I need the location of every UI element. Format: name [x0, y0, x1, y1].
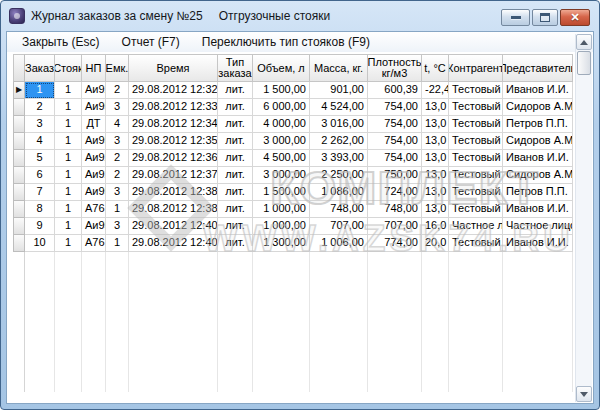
column-header[interactable]: Объем, л — [253, 54, 310, 82]
title-bar[interactable]: Журнал заказов за смену №25Отгрузочные с… — [6, 2, 594, 30]
table-cell[interactable]: 748,00 — [310, 201, 368, 218]
table-cell[interactable]: 29.08.2012 12:32 — [129, 82, 218, 99]
table-cell[interactable]: Тестовый ко — [449, 82, 503, 99]
table-cell[interactable]: 1 — [55, 218, 82, 235]
table-cell[interactable]: 1 — [55, 116, 82, 133]
table-cell[interactable]: 1 — [55, 235, 82, 252]
close-button[interactable] — [560, 9, 590, 26]
table-cell[interactable]: 1 — [55, 82, 82, 99]
table-cell[interactable]: А76 — [82, 235, 106, 252]
table-cell[interactable]: 29.08.2012 12:38 — [129, 201, 218, 218]
table-cell[interactable]: 2 — [106, 167, 129, 184]
table-row[interactable]: 101А76129.08.2012 12:40лит.1 300,001 006… — [13, 235, 593, 252]
table-cell[interactable]: 29.08.2012 12:33 — [129, 99, 218, 116]
row-indicator[interactable] — [13, 133, 25, 150]
table-cell[interactable]: Тестовый ко — [449, 116, 503, 133]
table-cell[interactable]: -22,4 — [422, 82, 449, 99]
table-cell[interactable]: 29.08.2012 12:40 — [129, 235, 218, 252]
table-cell[interactable]: 2 — [106, 150, 129, 167]
scroll-up-button[interactable] — [576, 34, 592, 50]
table-cell[interactable]: 1 — [55, 184, 82, 201]
table-cell[interactable]: 13,0 — [422, 167, 449, 184]
row-indicator[interactable] — [13, 116, 25, 133]
table-cell[interactable]: 1 — [55, 201, 82, 218]
table-cell[interactable]: 2 262,00 — [310, 133, 368, 150]
table-cell[interactable]: 2 — [25, 99, 55, 116]
table-cell[interactable]: 8 — [25, 201, 55, 218]
table-row[interactable]: 81А76129.08.2012 12:38лит.1 000,00748,00… — [13, 201, 593, 218]
table-cell[interactable]: 2 250,00 — [310, 167, 368, 184]
table-cell[interactable]: лит. — [218, 218, 253, 235]
table-cell[interactable]: 754,00 — [368, 150, 422, 167]
table-cell[interactable]: 1 300,00 — [253, 235, 310, 252]
table-cell[interactable]: Иванов И.И. — [503, 82, 573, 99]
table-cell[interactable]: 1 000,00 — [253, 201, 310, 218]
table-cell[interactable]: 20,0 — [422, 235, 449, 252]
table-cell[interactable]: А76 — [82, 201, 106, 218]
table-cell[interactable]: Частное лиц — [449, 218, 503, 235]
table-row[interactable]: 91Аи95329.08.2012 12:40лит.1 000,00707,0… — [13, 218, 593, 235]
table-cell[interactable]: 13,0 — [422, 116, 449, 133]
table-cell[interactable]: 13,0 — [422, 150, 449, 167]
table-cell[interactable]: Тестовый ко — [449, 150, 503, 167]
table-cell[interactable]: 3 — [25, 116, 55, 133]
table-cell[interactable]: Аи92 — [82, 150, 106, 167]
table-cell[interactable]: 707,00 — [310, 218, 368, 235]
table-cell[interactable]: 754,00 — [368, 133, 422, 150]
table-cell[interactable]: 1 — [55, 150, 82, 167]
column-header[interactable]: Представитель — [503, 54, 573, 82]
table-cell[interactable]: лит. — [218, 184, 253, 201]
column-header[interactable]: Емк. — [106, 54, 129, 82]
table-cell[interactable]: Тестовый ко — [449, 184, 503, 201]
vertical-scrollbar[interactable] — [575, 34, 592, 402]
table-cell[interactable]: 29.08.2012 12:40 — [129, 218, 218, 235]
table-cell[interactable]: 7 — [25, 184, 55, 201]
table-cell[interactable]: 748,00 — [368, 201, 422, 218]
menu-item-switch-risers[interactable]: Переключить тип стояков (F9) — [195, 33, 377, 51]
table-cell[interactable]: Иванов И.И. — [503, 235, 573, 252]
table-cell[interactable]: Сидоров А.М. — [503, 167, 573, 184]
table-cell[interactable]: Иванов И.И. — [503, 150, 573, 167]
scroll-down-button[interactable] — [576, 386, 592, 402]
column-header[interactable]: Заказ — [25, 54, 55, 82]
table-cell[interactable]: Тестовый ко — [449, 167, 503, 184]
table-cell[interactable]: Тестовый ко — [449, 201, 503, 218]
table-cell[interactable]: Аи95 — [82, 184, 106, 201]
row-indicator[interactable] — [13, 99, 25, 116]
table-row[interactable]: 31ДТ429.08.2012 12:34лит.4 000,003 016,0… — [13, 116, 593, 133]
table-cell[interactable]: 3 — [106, 133, 129, 150]
table-cell[interactable]: 3 393,00 — [310, 150, 368, 167]
table-cell[interactable]: 1 086,00 — [310, 184, 368, 201]
table-cell[interactable]: 1 500,00 — [253, 82, 310, 99]
table-cell[interactable]: Петров П.П. — [503, 116, 573, 133]
table-cell[interactable]: 13,0 — [422, 99, 449, 116]
table-cell[interactable]: 1 006,00 — [310, 235, 368, 252]
table-cell[interactable]: 4 500,00 — [253, 150, 310, 167]
table-row[interactable]: 41Аи95329.08.2012 12:35лит.3 000,002 262… — [13, 133, 593, 150]
column-header[interactable]: Стояк — [55, 54, 82, 82]
table-cell[interactable]: Частное лицо — [503, 218, 573, 235]
table-cell[interactable]: 707,00 — [368, 218, 422, 235]
data-grid[interactable]: ЗаказСтоякНПЕмк.ВремяТип заказаОбъем, лМ… — [7, 52, 593, 403]
table-cell[interactable]: лит. — [218, 99, 253, 116]
table-cell[interactable]: 5 — [25, 150, 55, 167]
scrollbar-thumb[interactable] — [577, 51, 591, 75]
table-cell[interactable]: 1 — [106, 235, 129, 252]
table-cell[interactable]: Аи95 — [82, 133, 106, 150]
table-cell[interactable]: Аи92 — [82, 82, 106, 99]
table-cell[interactable]: лит. — [218, 201, 253, 218]
table-cell[interactable]: 724,00 — [368, 184, 422, 201]
table-cell[interactable]: лит. — [218, 167, 253, 184]
table-cell[interactable]: 901,00 — [310, 82, 368, 99]
table-cell[interactable]: 6 — [25, 167, 55, 184]
table-row[interactable]: 51Аи92229.08.2012 12:36лит.4 500,003 393… — [13, 150, 593, 167]
column-header[interactable]: НП — [82, 54, 106, 82]
row-header-corner[interactable] — [13, 54, 25, 82]
column-header[interactable]: Масса, кг. — [310, 54, 368, 82]
table-cell[interactable]: 1 500,00 — [253, 184, 310, 201]
column-header[interactable]: Время — [129, 54, 218, 82]
table-cell[interactable]: 1 — [55, 99, 82, 116]
table-cell[interactable]: 6 000,00 — [253, 99, 310, 116]
table-cell[interactable]: 29.08.2012 12:37 — [129, 167, 218, 184]
table-cell[interactable]: 10 — [25, 235, 55, 252]
